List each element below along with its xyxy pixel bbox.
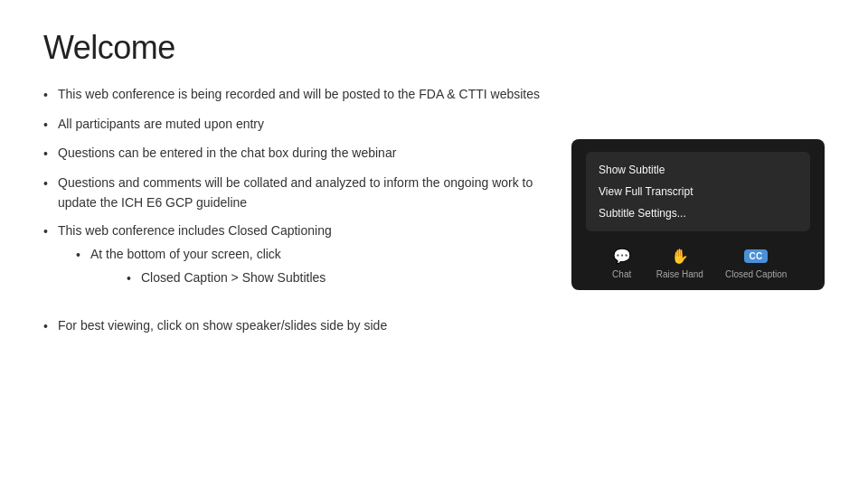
sub-sub-list-item: • Closed Caption > Show Subtitles: [127, 268, 544, 289]
list-item: • All participants are muted upon entry: [43, 115, 544, 136]
zoom-context-menu: Show Subtitle View Full Transcript Subti…: [586, 152, 810, 231]
list-item: • Questions can be entered in the chat b…: [43, 144, 544, 164]
raise-hand-button[interactable]: ✋ Raise Hand: [656, 246, 703, 279]
closed-caption-label: Closed Caption: [725, 269, 787, 279]
list-item: • This web conference includes Closed Ca…: [43, 221, 544, 306]
bullet-dot: •: [43, 222, 58, 242]
bullets-section: • This web conference is being recorded …: [43, 85, 544, 345]
content-area: • This web conference is being recorded …: [43, 85, 825, 345]
bullet-text: At the bottom of your screen, click: [90, 247, 281, 261]
bullet-dot: •: [43, 145, 58, 164]
chat-button[interactable]: 💬 Chat: [609, 246, 635, 279]
list-item: • Questions and comments will be collate…: [43, 174, 544, 212]
subtitle-settings-menu-item[interactable]: Subtitle Settings...: [586, 202, 810, 224]
bullet-dot: •: [43, 86, 58, 106]
bullet-dot: •: [43, 174, 58, 194]
closed-caption-button[interactable]: CC Closed Caption: [725, 246, 787, 279]
raise-hand-label: Raise Hand: [656, 269, 703, 279]
subtitle-settings-label: Subtitle Settings...: [599, 207, 686, 220]
slide-title: Welcome: [43, 29, 825, 67]
list-item: • For best viewing, click on show speake…: [43, 316, 544, 337]
bullet-dot: •: [127, 269, 141, 289]
chat-icon: 💬: [609, 246, 635, 266]
zoom-bottom-bar: 💬 Chat ✋ Raise Hand CC Closed Caption: [586, 242, 810, 279]
show-subtitle-menu-item[interactable]: Show Subtitle: [586, 159, 810, 181]
show-subtitle-label: Show Subtitle: [599, 164, 665, 176]
bullet-text: For best viewing, click on show speaker/…: [58, 316, 544, 336]
bullet-text: Questions and comments will be collated …: [58, 174, 544, 212]
sub-list-item: • At the bottom of your screen, click • …: [76, 245, 544, 297]
bullet-text: This web conference includes Closed Capt…: [58, 223, 332, 238]
cc-icon: CC: [743, 246, 769, 266]
bullet-text: All participants are muted upon entry: [58, 115, 544, 135]
chat-label: Chat: [612, 269, 631, 279]
bullet-text: This web conference is being recorded an…: [58, 85, 544, 105]
view-transcript-label: View Full Transcript: [599, 185, 693, 198]
raise-hand-icon: ✋: [667, 246, 693, 266]
bullet-dot: •: [43, 317, 58, 337]
bullet-text: Closed Caption > Show Subtitles: [141, 268, 544, 288]
bullet-dot: •: [43, 116, 58, 136]
bullet-text: Questions can be entered in the chat box…: [58, 144, 544, 164]
zoom-toolbar: Show Subtitle View Full Transcript Subti…: [571, 139, 825, 290]
view-transcript-menu-item[interactable]: View Full Transcript: [586, 181, 810, 202]
zoom-ui-panel: Show Subtitle View Full Transcript Subti…: [562, 139, 825, 345]
cc-badge: CC: [744, 249, 767, 263]
bullet-dot: •: [76, 246, 90, 266]
list-item: • This web conference is being recorded …: [43, 85, 544, 106]
slide-container: Welcome • This web conference is being r…: [0, 0, 868, 488]
